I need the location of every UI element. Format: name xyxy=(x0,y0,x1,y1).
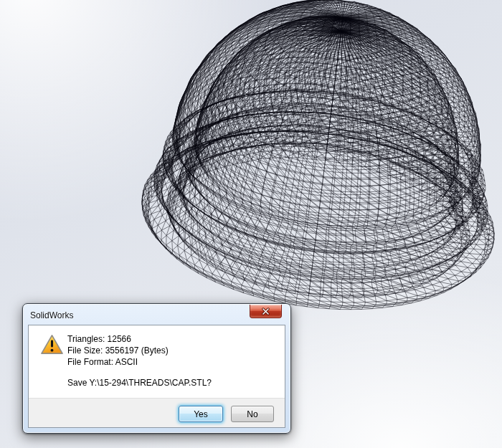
dialog-button-row: Yes No xyxy=(29,398,285,427)
close-x-icon xyxy=(261,308,270,315)
no-button[interactable]: No xyxy=(231,406,274,422)
close-button[interactable] xyxy=(250,305,282,318)
message-line-format: File Format: ASCII xyxy=(67,356,212,368)
dialog-titlebar[interactable]: SolidWorks xyxy=(23,304,290,325)
save-question: Save Y:\15-294\THREADS\CAP.STL? xyxy=(67,377,212,389)
dialog-message-area: Triangles: 12566 File Size: 3556197 (Byt… xyxy=(29,325,285,398)
yes-button[interactable]: Yes xyxy=(179,406,223,422)
warning-triangle-icon xyxy=(40,334,64,356)
dialog-message: Triangles: 12566 File Size: 3556197 (Byt… xyxy=(67,333,212,389)
message-line-triangles: Triangles: 12566 xyxy=(67,333,212,345)
dialog-body: Triangles: 12566 File Size: 3556197 (Byt… xyxy=(28,325,285,428)
message-line-filesize: File Size: 3556197 (Bytes) xyxy=(67,345,212,356)
dialog-title: SolidWorks xyxy=(30,310,73,320)
solidworks-dialog: SolidWorks xyxy=(22,303,291,434)
